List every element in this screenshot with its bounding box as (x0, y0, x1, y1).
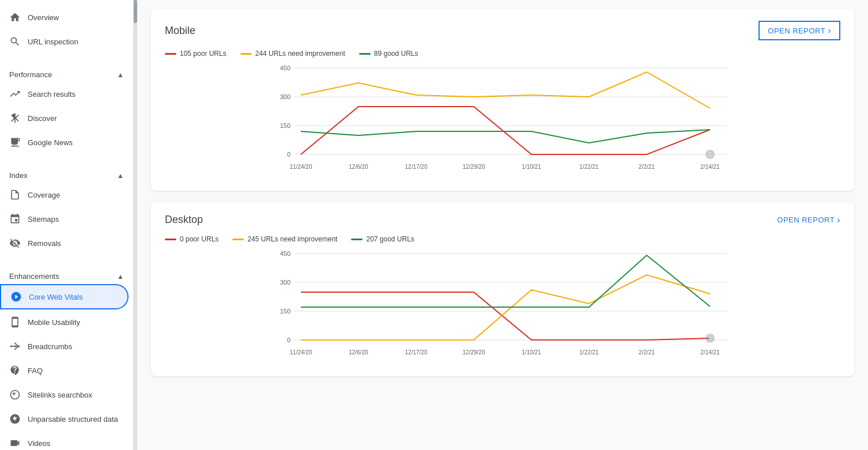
card-mobile-header: Mobile OPEN REPORT › (165, 21, 840, 40)
svg-text:12/17/20: 12/17/20 (405, 164, 428, 170)
sidebar-label-videos: Videos (28, 439, 51, 448)
chevron-performance: ▲ (117, 71, 124, 79)
chevron-right-icon-mobile: › (828, 25, 831, 36)
svg-text:12/29/20: 12/29/20 (463, 349, 485, 356)
sidebar-item-videos[interactable]: Videos (0, 432, 129, 450)
svg-text:300: 300 (280, 279, 290, 286)
section-performance[interactable]: Performance ▲ (0, 63, 133, 81)
chevron-index: ▲ (117, 172, 124, 180)
sidebar-item-core-web-vitals[interactable]: Core Web Vitals (0, 284, 129, 309)
sidebar-label-breadcrumbs: Breadcrumbs (28, 342, 72, 351)
svg-text:1/22/21: 1/22/21 (579, 164, 599, 170)
svg-text:150: 150 (280, 122, 290, 129)
legend-line-good-desktop (351, 239, 363, 240)
svg-text:2/14/21: 2/14/21 (700, 164, 720, 170)
home-icon (9, 12, 21, 23)
sidebar-label-unparsable: Unparsable structured data (28, 415, 118, 423)
sidebar-label-sitemaps: Sitemaps (28, 215, 59, 224)
sidebar-item-sitemaps[interactable]: Sitemaps (0, 207, 129, 230)
sidebar-label-google-news: Google News (28, 138, 73, 147)
sidebar: Overview URL inspection Performance ▲ Se… (0, 0, 134, 450)
mobile-open-report-label: OPEN REPORT (768, 27, 825, 35)
sidebar-label-removals: Removals (28, 239, 61, 248)
svg-text:2/2/21: 2/2/21 (639, 164, 655, 170)
legend-good-desktop: 207 good URLs (351, 235, 414, 243)
card-mobile: Mobile OPEN REPORT › 105 poor URLs 244 U… (151, 9, 854, 191)
sidebar-item-discover[interactable]: Discover (0, 107, 129, 130)
sidebar-item-overview[interactable]: Overview (0, 6, 129, 29)
svg-point-0 (10, 345, 12, 347)
desktop-open-report-label: OPEN REPORT (777, 215, 835, 224)
sidebar-scrollbar[interactable] (134, 0, 137, 450)
sidebar-item-google-news[interactable]: Google News (0, 131, 129, 154)
svg-point-2 (18, 345, 20, 347)
svg-text:12/6/20: 12/6/20 (349, 349, 368, 356)
svg-text:150: 150 (280, 308, 290, 315)
desktop-chart-svg: 450 300 150 0 11/24/20 12/6/20 12/17/20 … (165, 248, 840, 363)
legend-line-poor-desktop (165, 239, 176, 240)
card-desktop-title: Desktop (165, 214, 203, 226)
legend-needs-improvement-mobile: 244 URLs need improvement (240, 50, 345, 58)
section-enhancements[interactable]: Enhancements ▲ (0, 265, 133, 283)
legend-label-poor-mobile: 105 poor URLs (180, 50, 227, 58)
section-index-items: Coverage Sitemaps Removals (0, 182, 133, 256)
chart-icon (9, 88, 21, 100)
scrollbar-thumb[interactable] (134, 0, 137, 23)
sidebar-label-mobile-usability: Mobile Usability (28, 318, 80, 327)
mobile-icon (9, 316, 21, 328)
speedometer-icon (10, 291, 22, 302)
sidebar-label-core-web-vitals: Core Web Vitals (29, 293, 82, 301)
video-icon (9, 437, 21, 449)
desktop-legend: 0 poor URLs 245 URLs need improvement 20… (165, 235, 840, 243)
section-performance-items: Search results Discover Google News (0, 81, 133, 155)
desktop-open-report-btn[interactable]: OPEN REPORT › (777, 215, 840, 225)
asterisk-icon (9, 112, 21, 124)
sidebar-label-sitelinks-searchbox: Sitelinks searchbox (28, 391, 92, 399)
legend-poor-mobile: 105 poor URLs (165, 50, 227, 58)
sidebar-item-coverage[interactable]: Coverage (0, 183, 129, 206)
legend-label-good-mobile: 89 good URLs (374, 50, 418, 58)
legend-line-good-mobile (359, 53, 371, 55)
section-enhancements-items: Core Web Vitals Mobile Usability Breadcr… (0, 283, 133, 450)
svg-text:2/2/21: 2/2/21 (639, 349, 655, 356)
sidebar-item-search-results[interactable]: Search results (0, 82, 129, 105)
sidebar-label-url-inspection: URL inspection (28, 37, 78, 46)
card-desktop-header: Desktop OPEN REPORT › (165, 214, 840, 226)
sidebar-item-removals[interactable]: Removals (0, 232, 129, 255)
sidebar-item-faq[interactable]: FAQ (0, 359, 129, 382)
mobile-open-report-btn[interactable]: OPEN REPORT › (758, 21, 840, 40)
section-index[interactable]: Index ▲ (0, 164, 133, 182)
faq-icon (9, 365, 21, 376)
sidebar-item-url-inspection[interactable]: URL inspection (0, 30, 129, 53)
svg-text:2/14/21: 2/14/21 (700, 349, 720, 356)
card-mobile-title: Mobile (165, 25, 195, 37)
svg-text:0: 0 (287, 151, 290, 158)
sitemap-icon (9, 213, 21, 225)
legend-label-good-desktop: 207 good URLs (366, 235, 414, 243)
legend-needs-improvement-desktop: 245 URLs need improvement (232, 235, 337, 243)
legend-label-poor-desktop: 0 poor URLs (180, 235, 218, 243)
svg-text:300: 300 (280, 93, 290, 100)
legend-line-needs-desktop (232, 239, 244, 240)
sidebar-item-mobile-usability[interactable]: Mobile Usability (0, 311, 129, 334)
sidebar-item-breadcrumbs[interactable]: Breadcrumbs (0, 335, 129, 358)
svg-text:12/6/20: 12/6/20 (349, 164, 368, 170)
svg-text:0: 0 (287, 336, 290, 343)
section-label-performance: Performance (9, 70, 52, 79)
sidebar-label-search-results: Search results (28, 90, 76, 99)
newspaper-icon (9, 137, 21, 148)
svg-text:450: 450 (280, 250, 290, 257)
svg-text:12/17/20: 12/17/20 (405, 349, 428, 356)
breadcrumb-icon (9, 341, 21, 352)
section-label-index: Index (9, 171, 28, 180)
file-icon (9, 189, 21, 201)
svg-text:12/29/20: 12/29/20 (463, 164, 485, 170)
sidebar-item-sitelinks-searchbox[interactable]: Sitelinks searchbox (0, 383, 129, 406)
sidebar-item-unparsable[interactable]: Unparsable structured data (0, 407, 129, 430)
svg-text:1/10/21: 1/10/21 (522, 349, 541, 356)
svg-text:11/24/20: 11/24/20 (290, 349, 312, 356)
mobile-chart: 450 300 150 0 11/24/20 12/6/20 12/17/20 … (165, 62, 840, 179)
legend-label-needs-desktop: 245 URLs need improvement (247, 235, 337, 243)
svg-text:1/22/21: 1/22/21 (579, 349, 599, 356)
legend-good-mobile: 89 good URLs (359, 50, 418, 58)
